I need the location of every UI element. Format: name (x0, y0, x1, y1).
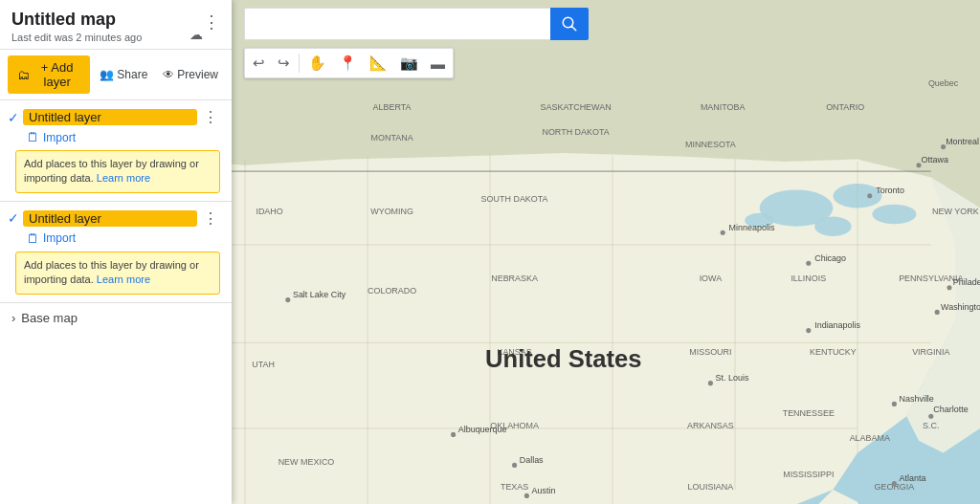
svg-point-80 (928, 414, 933, 419)
svg-point-8 (872, 205, 916, 224)
svg-text:Salt Lake City: Salt Lake City (293, 290, 346, 299)
svg-point-6 (814, 217, 851, 236)
svg-point-92 (524, 493, 529, 498)
svg-text:SASKATCHEWAN: SASKATCHEWAN (541, 102, 612, 112)
svg-point-66 (867, 193, 872, 198)
svg-text:Washington: Washington (941, 302, 980, 312)
svg-point-82 (935, 310, 940, 315)
ruler-tool-button[interactable]: ▬ (425, 52, 451, 76)
svg-point-72 (806, 328, 811, 333)
svg-text:TENNESSEE: TENNESSEE (783, 408, 835, 418)
base-map-label: Base map (21, 311, 78, 325)
svg-text:VIRGINIA: VIRGINIA (912, 347, 949, 357)
base-map-section[interactable]: › Base map (0, 303, 232, 333)
svg-point-62 (721, 230, 725, 235)
svg-text:Albuquerque: Albuquerque (458, 425, 507, 434)
sidebar: Untitled map Last edit was 2 minutes ago… (0, 0, 232, 504)
svg-point-106 (451, 432, 456, 437)
layer-item: ✓ Untitled layer ⋮ 🗒 Import Add places t… (0, 202, 232, 303)
chevron-down-icon: › (11, 311, 15, 325)
hand-tool-button[interactable]: ✋ (302, 51, 332, 76)
svg-text:ALBERTA: ALBERTA (373, 102, 412, 112)
layer-checkbox[interactable]: ✓ (8, 210, 19, 226)
svg-text:SOUTH DAKOTA: SOUTH DAKOTA (481, 194, 548, 204)
svg-text:NEBRASKA: NEBRASKA (491, 274, 538, 283)
undo-button[interactable]: ↩ (247, 51, 271, 76)
layer-more-button[interactable]: ⋮ (201, 209, 220, 228)
svg-text:ILLINOIS: ILLINOIS (791, 274, 826, 283)
layer-header: ✓ Untitled layer ⋮ (8, 108, 220, 126)
search-button[interactable] (550, 8, 589, 40)
svg-text:Ottawa: Ottawa (922, 155, 948, 164)
svg-point-102 (285, 297, 290, 302)
layer-more-button[interactable]: ⋮ (201, 108, 220, 126)
svg-text:IOWA: IOWA (700, 274, 723, 283)
svg-text:Quebec: Quebec (928, 78, 959, 88)
svg-text:UTAH: UTAH (252, 360, 275, 369)
redo-button[interactable]: ↪ (272, 51, 296, 76)
svg-text:ALABAMA: ALABAMA (850, 433, 890, 443)
share-label: Share (117, 68, 147, 81)
search-input[interactable] (244, 8, 550, 40)
svg-text:TEXAS: TEXAS (501, 482, 528, 492)
svg-text:LOUISIANA: LOUISIANA (688, 482, 734, 492)
add-layer-label: + Add layer (33, 60, 80, 89)
svg-text:WYOMING: WYOMING (370, 207, 413, 216)
svg-text:MONTANA: MONTANA (371, 133, 413, 142)
svg-text:Toronto: Toronto (876, 186, 904, 195)
layer-header: ✓ Untitled layer ⋮ (8, 209, 220, 228)
svg-text:Montreal: Montreal (946, 137, 979, 146)
svg-text:ARKANSAS: ARKANSAS (687, 421, 734, 430)
preview-icon: 👁 (163, 68, 174, 81)
import-icon: 🗒 (27, 130, 39, 144)
svg-text:United States: United States (485, 345, 641, 372)
preview-button[interactable]: 👁 Preview (157, 64, 224, 85)
add-layer-button[interactable]: 🗂 + Add layer (8, 55, 90, 94)
layer-item: ✓ Untitled layer ⋮ 🗒 Import Add places t… (0, 100, 232, 202)
layer-import-row: 🗒 Import (27, 231, 220, 246)
layer-title: Untitled layer (23, 109, 197, 125)
layers-area: ✓ Untitled layer ⋮ 🗒 Import Add places t… (0, 100, 232, 504)
share-icon: 👥 (100, 68, 114, 81)
camera-tool-button[interactable]: 📷 (394, 51, 424, 76)
svg-text:MANITOBA: MANITOBA (701, 102, 746, 112)
add-layer-icon: 🗂 (17, 68, 30, 82)
line-tool-button[interactable]: 📐 (364, 51, 393, 76)
toolbar-row: 🗂 + Add layer 👥 Share 👁 Preview (0, 50, 232, 100)
svg-text:NEW MEXICO: NEW MEXICO (278, 457, 335, 467)
share-button[interactable]: 👥 Share (94, 64, 153, 85)
layer-title: Untitled layer (23, 210, 197, 227)
svg-text:IDAHO: IDAHO (256, 207, 282, 216)
svg-point-64 (806, 261, 811, 266)
svg-text:Chicago: Chicago (814, 253, 846, 263)
sidebar-header: Untitled map Last edit was 2 minutes ago… (0, 0, 232, 50)
svg-text:Austin: Austin (532, 486, 556, 495)
import-icon: 🗒 (27, 231, 39, 246)
svg-text:MISSISSIPPI: MISSISSIPPI (783, 470, 834, 479)
svg-text:Dallas: Dallas (520, 455, 544, 465)
svg-point-86 (512, 463, 517, 468)
svg-point-76 (892, 402, 897, 406)
svg-text:Charlotte: Charlotte (933, 405, 968, 414)
import-link[interactable]: Import (43, 231, 76, 245)
search-bar (244, 8, 970, 40)
svg-text:St. Louis: St. Louis (716, 373, 749, 383)
search-icon (561, 15, 578, 33)
map-toolbar: ↩ ↪ ✋ 📍 📐 📷 ▬ (244, 48, 454, 78)
svg-text:ONTARIO: ONTARIO (826, 102, 864, 112)
svg-text:MISSOURI: MISSOURI (689, 347, 731, 357)
svg-text:COLORADO: COLORADO (368, 286, 416, 296)
svg-text:Minneapolis: Minneapolis (729, 223, 775, 232)
learn-more-link[interactable]: Learn more (97, 274, 150, 285)
layer-checkbox[interactable]: ✓ (8, 110, 19, 125)
svg-point-84 (947, 285, 951, 290)
toolbar-separator (299, 54, 300, 73)
svg-text:Nashville: Nashville (900, 394, 934, 404)
layer-hint-box: Add places to this layer by drawing or i… (15, 150, 220, 193)
learn-more-link[interactable]: Learn more (97, 172, 150, 184)
pin-tool-button[interactable]: 📍 (333, 51, 363, 76)
svg-text:Philadelphia: Philadelphia (953, 277, 980, 287)
layer-import-row: 🗒 Import (27, 130, 220, 144)
svg-text:NEW YORK: NEW YORK (932, 207, 979, 216)
import-link[interactable]: Import (43, 131, 76, 144)
